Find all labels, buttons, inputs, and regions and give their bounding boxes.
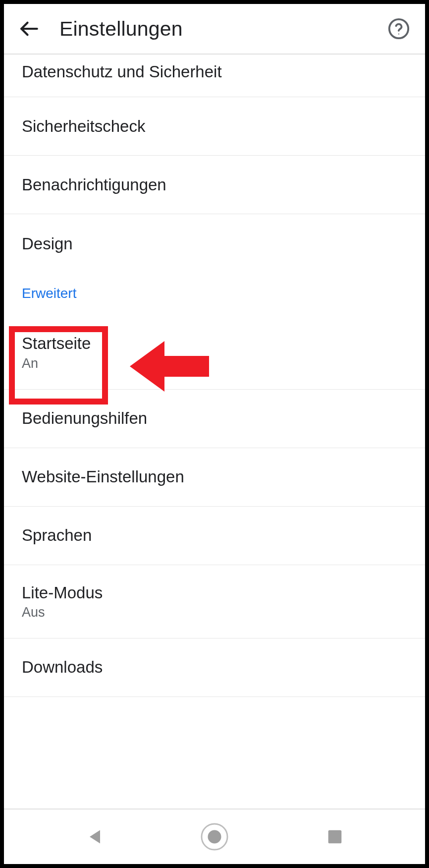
circle-home-icon xyxy=(201,822,228,851)
arrow-left-icon xyxy=(19,18,40,39)
nav-recent-button[interactable] xyxy=(321,823,349,851)
row-safety-check[interactable]: Sicherheitscheck xyxy=(4,97,425,156)
row-homepage[interactable]: Startseite An xyxy=(4,315,425,389)
svg-rect-7 xyxy=(328,830,342,844)
row-design[interactable]: Design xyxy=(4,214,425,273)
row-status: Aus xyxy=(22,605,407,620)
device-frame: Einstellungen Datenschutz und Sicherheit… xyxy=(0,0,429,868)
row-notifications[interactable]: Benachrichtigungen xyxy=(4,156,425,214)
help-icon xyxy=(387,17,410,40)
svg-point-6 xyxy=(208,830,221,843)
row-status: An xyxy=(22,356,407,371)
svg-point-1 xyxy=(389,19,408,38)
triangle-back-icon xyxy=(85,828,103,846)
row-label: Bedienungshilfen xyxy=(22,408,407,428)
svg-marker-4 xyxy=(90,830,100,844)
row-label: Sprachen xyxy=(22,525,407,545)
section-title-advanced: Erweitert xyxy=(4,273,425,315)
row-lite-mode[interactable]: Lite-Modus Aus xyxy=(4,565,425,638)
row-accessibility[interactable]: Bedienungshilfen xyxy=(4,390,425,448)
row-privacy-security[interactable]: Datenschutz und Sicherheit xyxy=(4,55,425,97)
row-languages[interactable]: Sprachen xyxy=(4,507,425,565)
row-label: Lite-Modus xyxy=(22,582,407,603)
page-title: Einstellungen xyxy=(59,17,368,41)
row-label: Downloads xyxy=(22,657,407,677)
row-downloads[interactable]: Downloads xyxy=(4,638,425,697)
nav-back-button[interactable] xyxy=(80,823,108,851)
svg-point-2 xyxy=(398,33,399,34)
row-label: Website-Einstellungen xyxy=(22,466,407,487)
system-navbar xyxy=(4,809,425,864)
row-site-settings[interactable]: Website-Einstellungen xyxy=(4,448,425,507)
settings-list: Datenschutz und Sicherheit Sicherheitsch… xyxy=(4,55,425,809)
row-label: Startseite xyxy=(22,333,407,353)
row-label: Design xyxy=(22,233,407,254)
square-recent-icon xyxy=(327,829,343,845)
back-button[interactable] xyxy=(19,18,40,39)
nav-home-button[interactable] xyxy=(201,823,228,851)
row-label: Datenschutz und Sicherheit xyxy=(22,61,407,82)
row-label: Sicherheitscheck xyxy=(22,116,407,136)
help-button[interactable] xyxy=(387,17,410,40)
row-label: Benachrichtigungen xyxy=(22,174,407,195)
app-header: Einstellungen xyxy=(4,4,425,55)
